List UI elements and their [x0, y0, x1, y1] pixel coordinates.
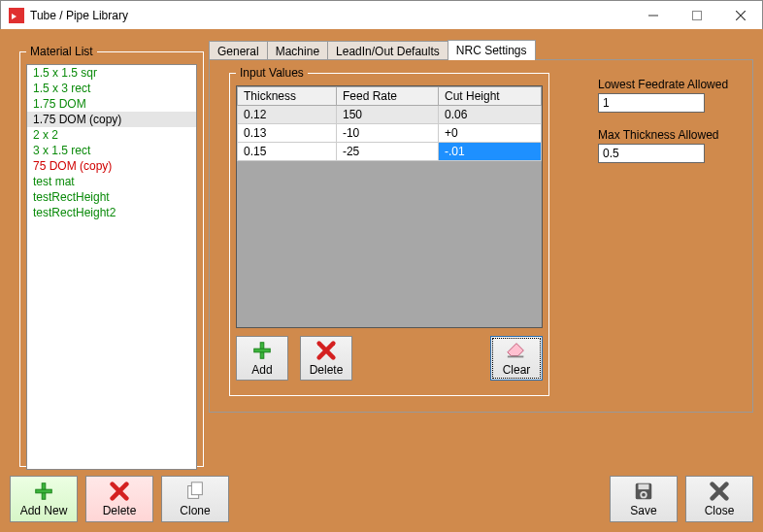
svg-rect-15 — [191, 482, 202, 495]
iv-delete-button[interactable]: Delete — [300, 336, 352, 381]
iv-delete-label: Delete — [310, 363, 344, 377]
tab-machine[interactable]: Machine — [267, 41, 328, 61]
svg-rect-11 — [36, 489, 52, 493]
tab-leadin-out-defaults[interactable]: LeadIn/Out Defaults — [327, 41, 448, 61]
material-list[interactable]: 1.5 x 1.5 sqr1.5 x 3 rect1.75 DOM1.75 DO… — [26, 64, 197, 470]
material-list-legend: Material List — [26, 45, 97, 58]
lowest-feedrate-input[interactable] — [598, 93, 705, 113]
clone-icon — [184, 481, 206, 502]
save-button[interactable]: Save — [610, 476, 678, 522]
material-list-group: Material List 1.5 x 1.5 sqr1.5 x 3 rect1… — [19, 45, 204, 467]
input-values-group: Input Values ThicknessFeed RateCut Heigh… — [229, 66, 549, 396]
grid-cell[interactable]: -25 — [336, 143, 438, 161]
delete-material-label: Delete — [103, 504, 137, 517]
grid-column-header[interactable]: Cut Height — [438, 87, 541, 106]
x-icon — [315, 340, 337, 361]
svg-point-19 — [642, 493, 646, 497]
eraser-icon — [506, 340, 527, 361]
minimize-button[interactable] — [631, 1, 675, 30]
plus-icon — [251, 340, 273, 361]
add-new-label: Add New — [20, 504, 68, 517]
content-area: Material List 1.5 x 1.5 sqr1.5 x 3 rect1… — [0, 29, 763, 532]
window-title: Tube / Pipe Library — [30, 9, 128, 22]
grid-cell[interactable]: 0.15 — [238, 143, 337, 161]
iv-clear-label: Clear — [503, 363, 531, 377]
svg-rect-17 — [639, 484, 649, 490]
titlebar: Tube / Pipe Library — [1, 1, 762, 30]
maximize-button[interactable] — [675, 1, 718, 30]
svg-marker-8 — [508, 344, 524, 356]
input-values-grid[interactable]: ThicknessFeed RateCut Height0.121500.060… — [236, 85, 543, 328]
add-new-button[interactable]: Add New — [10, 476, 78, 522]
grid-cell[interactable]: 0.12 — [238, 106, 337, 124]
max-thickness-input[interactable] — [598, 144, 705, 163]
close-label: Close — [705, 504, 735, 517]
max-thickness-label: Max Thickness Allowed — [598, 128, 734, 142]
tab-nrc-settings[interactable]: NRC Settings — [448, 40, 536, 60]
table-row[interactable]: 0.13-10+0 — [238, 124, 542, 143]
grid-column-header[interactable]: Thickness — [238, 87, 337, 106]
close-button[interactable]: Close — [685, 476, 753, 522]
tab-general[interactable]: General — [209, 41, 268, 61]
input-values-legend: Input Values — [236, 66, 308, 80]
svg-rect-5 — [254, 349, 271, 352]
table-row[interactable]: 0.15-25-.01 — [238, 143, 542, 161]
delete-material-button[interactable]: Delete — [85, 476, 153, 522]
table-row[interactable]: 0.121500.06 — [238, 106, 542, 124]
grid-cell[interactable]: -.01 — [438, 143, 541, 161]
grid-empty-area — [237, 161, 542, 328]
material-item[interactable]: 1.5 x 1.5 sqr — [27, 65, 196, 81]
app-icon — [9, 8, 24, 23]
material-item[interactable]: test mat — [27, 174, 196, 189]
material-item[interactable]: 1.5 x 3 rect — [27, 81, 196, 96]
right-fields: Lowest Feedrate Allowed Max Thickness Al… — [598, 78, 734, 179]
material-item[interactable]: testRectHeight — [27, 189, 196, 205]
lowest-feedrate-label: Lowest Feedrate Allowed — [598, 78, 734, 91]
footer-left: Add New Delete Clone — [10, 476, 229, 522]
iv-clear-button[interactable]: Clear — [490, 336, 543, 381]
grid-cell[interactable]: 0.13 — [238, 124, 337, 143]
iv-add-label: Add — [251, 363, 272, 377]
material-item[interactable]: 3 x 1.5 rect — [27, 143, 196, 158]
save-icon — [633, 481, 654, 502]
svg-rect-9 — [508, 356, 524, 358]
clone-button[interactable]: Clone — [161, 476, 229, 522]
tab-panel-nrc-settings: Input Values ThicknessFeed RateCut Heigh… — [209, 59, 753, 413]
plus-icon — [33, 481, 54, 502]
material-item[interactable]: testRectHeight2 — [27, 205, 196, 220]
material-item[interactable]: 1.75 DOM (copy) — [27, 112, 196, 127]
x-icon — [109, 481, 130, 502]
save-label: Save — [630, 504, 656, 517]
tab-strip: GeneralMachineLeadIn/Out DefaultsNRC Set… — [209, 39, 753, 60]
footer-right: Save Close — [610, 476, 753, 522]
svg-rect-1 — [692, 11, 701, 19]
grid-cell[interactable]: -10 — [336, 124, 438, 143]
close-icon — [709, 481, 730, 502]
material-item[interactable]: 1.75 DOM — [27, 96, 196, 112]
grid-column-header[interactable]: Feed Rate — [336, 87, 438, 106]
clone-label: Clone — [180, 504, 210, 517]
material-item[interactable]: 2 x 2 — [27, 127, 196, 143]
close-window-button[interactable] — [718, 1, 762, 30]
grid-cell[interactable]: +0 — [438, 124, 541, 143]
iv-add-button[interactable]: Add — [236, 336, 288, 381]
material-item[interactable]: 75 DOM (copy) — [27, 158, 196, 174]
grid-cell[interactable]: 0.06 — [438, 106, 541, 124]
grid-cell[interactable]: 150 — [336, 106, 438, 124]
